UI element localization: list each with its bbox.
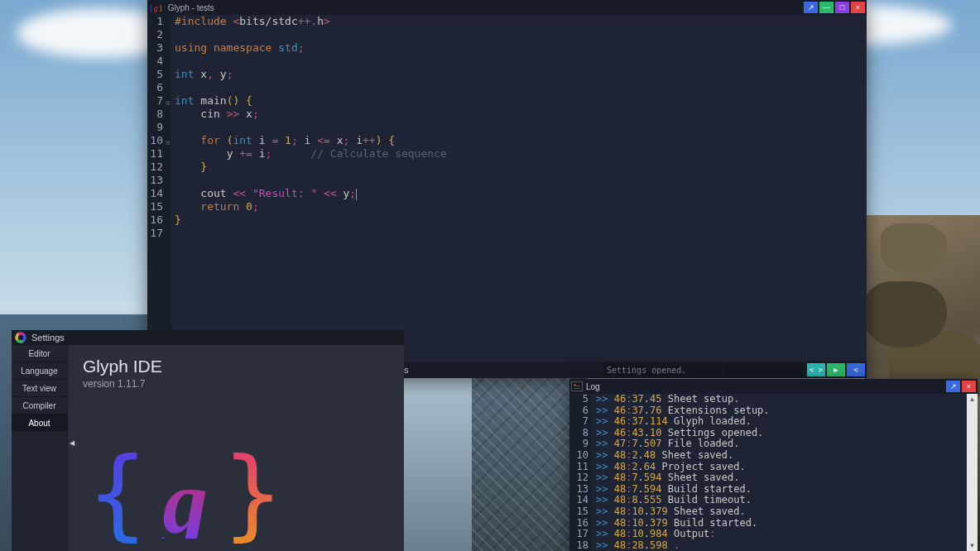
log-lines: >> 46:37.45 Sheet setup.>> 46:37.76 Exte… (591, 394, 967, 551)
code-line[interactable]: for (int i = 1; i <= x; i++) { (175, 134, 867, 147)
line-number: 10 (147, 134, 163, 147)
status-message: Settings opened. (603, 363, 723, 376)
log-close-button[interactable]: × (962, 381, 976, 392)
code-line[interactable]: #include <bits/stdc++.h> (175, 15, 867, 28)
gear-icon (15, 332, 26, 343)
text-caret (356, 189, 357, 200)
app-logo-icon: g (149, 3, 163, 12)
log-title: Log (586, 382, 600, 391)
log-entry: >> 48:7.594 Sheet saved. (596, 472, 967, 484)
fold-toggle[interactable]: ⊟ (165, 97, 171, 110)
settings-tab-language[interactable]: Language (12, 362, 67, 380)
log-move-button[interactable]: ↗ (946, 381, 960, 392)
log-line-gutter: 56789101112131415161718 (569, 394, 591, 551)
fold-strip[interactable]: ⊟⊟ (166, 15, 171, 362)
settings-titlebar[interactable]: Settings (12, 330, 404, 345)
settings-tab-editor[interactable]: Editor (12, 345, 67, 362)
settings-sidebar: EditorLanguageText viewCompilerAbout (12, 345, 68, 551)
settings-tab-compiler[interactable]: Compiler (12, 397, 67, 414)
log-entry: >> 48:2.64 Project saved. (596, 462, 967, 473)
scroll-up-button[interactable]: ▲ (967, 394, 978, 405)
code-line[interactable] (175, 227, 867, 240)
line-number: 5 (147, 68, 163, 81)
log-line-number: 18 (569, 540, 588, 551)
log-line-number: 6 (569, 405, 588, 417)
log-line-number: 12 (569, 472, 588, 484)
code-line[interactable]: int x, y; (175, 68, 867, 81)
log-line-number: 9 (569, 438, 588, 450)
format-button[interactable]: < > (807, 363, 825, 376)
log-line-number: 14 (569, 495, 588, 506)
log-entry: >> 48:2.48 Sheet saved. (596, 450, 967, 462)
log-titlebar[interactable]: Log ↗ × (569, 379, 978, 394)
settings-tab-text-view[interactable]: Text view (12, 380, 67, 397)
log-entry: >> 48:10.984 Output: (596, 529, 967, 540)
log-entry: >> 46:43.10 Settings opened. (596, 428, 967, 439)
logo-brace-right-icon: } (223, 444, 282, 544)
code-line[interactable] (175, 55, 867, 68)
code-editor[interactable]: 1234567891011121314151617 ⊟⊟ #include <b… (147, 15, 867, 362)
log-line-number: 15 (569, 506, 588, 518)
code-line[interactable]: using namespace std; (175, 41, 867, 55)
line-number: 2 (147, 28, 163, 41)
log-icon (571, 381, 583, 391)
log-entry: >> 46:37.114 Glyph loaded. (596, 416, 967, 428)
settings-title: Settings (31, 333, 65, 343)
log-line-number: 17 (569, 529, 588, 540)
log-window: Log ↗ × 56789101112131415161718 >> 46:37… (569, 379, 978, 551)
logo-g-icon: g (162, 466, 208, 539)
log-entry: >> 46:37.45 Sheet setup. (596, 394, 967, 405)
run-button[interactable]: ▶ (827, 363, 845, 376)
log-entry: >> 46:37.76 Extensions setup. (596, 405, 967, 417)
log-entry: >> 47:7.507 File loaded. (596, 438, 967, 450)
code-line[interactable]: y += i; // Calculate sequence (175, 147, 867, 161)
log-entry: >> 48:28.598 . (596, 540, 967, 551)
code-line[interactable]: return 0; (175, 200, 867, 213)
settings-window: Settings EditorLanguageText viewCompiler… (12, 330, 404, 551)
line-number: 17 (147, 227, 163, 240)
settings-content: Glyph IDE version 1.11.7 { g } (68, 345, 404, 551)
line-number-gutter: 1234567891011121314151617 (147, 15, 166, 362)
log-scrollbar[interactable]: ▲ ▼ (967, 394, 978, 551)
line-number: 11 (147, 147, 163, 161)
code-line[interactable]: int main() { (175, 94, 867, 108)
code-line[interactable]: } (175, 213, 867, 227)
scroll-down-button[interactable]: ▼ (967, 540, 978, 551)
log-line-number: 7 (569, 416, 588, 428)
line-number: 4 (147, 55, 163, 68)
code-line[interactable] (175, 174, 867, 187)
line-number: 14 (147, 187, 163, 200)
log-entry: >> 48:8.555 Build timeout. (596, 495, 967, 506)
code-area[interactable]: #include <bits/stdc++.h> using namespace… (171, 15, 867, 362)
code-line[interactable] (175, 81, 867, 94)
line-number: 7 (147, 94, 163, 108)
line-number: 15 (147, 200, 163, 213)
settings-tab-about[interactable]: About (12, 414, 67, 432)
line-number: 16 (147, 213, 163, 227)
about-logo: { g } (88, 444, 283, 544)
window-minimize-button[interactable]: — (819, 2, 833, 13)
log-line-number: 8 (569, 428, 588, 439)
line-number: 13 (147, 174, 163, 187)
collapse-sidebar-button[interactable]: ◀ (70, 439, 74, 447)
code-line[interactable] (175, 121, 867, 134)
fold-toggle[interactable]: ⊟ (165, 137, 171, 150)
editor-titlebar[interactable]: g Glyph - tests ↗ — □ × (147, 0, 867, 15)
back-button[interactable]: < (847, 363, 865, 376)
window-close-button[interactable]: × (851, 2, 865, 13)
log-body[interactable]: 56789101112131415161718 >> 46:37.45 Shee… (569, 394, 967, 551)
command-input[interactable] (724, 363, 804, 376)
log-entry: >> 48:7.594 Build started. (596, 484, 967, 496)
window-maximize-button[interactable]: □ (835, 2, 849, 13)
log-line-number: 13 (569, 484, 588, 496)
log-entry: >> 48:10.379 Build started. (596, 518, 967, 529)
code-line[interactable]: } (175, 161, 867, 174)
window-move-button[interactable]: ↗ (804, 2, 818, 13)
logo-brace-left-icon: { (88, 444, 147, 544)
code-line[interactable] (175, 28, 867, 41)
scroll-track[interactable] (967, 405, 978, 540)
code-line[interactable]: cin >> x; (175, 108, 867, 121)
log-line-number: 10 (569, 450, 588, 462)
log-entry: >> 48:10.379 Sheet saved. (596, 506, 967, 518)
code-line[interactable]: cout << "Result: " << y; (175, 187, 867, 200)
